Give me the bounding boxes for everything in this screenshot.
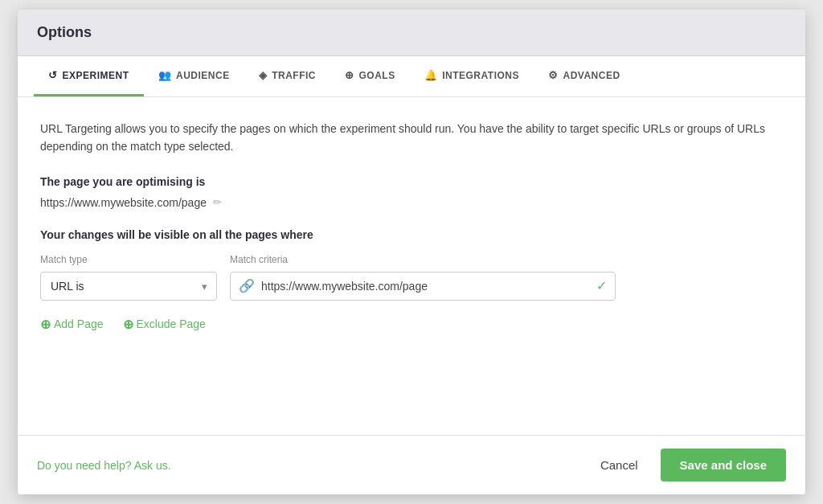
- modal-title: Options: [37, 24, 786, 41]
- add-page-label: Add Page: [54, 318, 104, 330]
- footer-buttons: Cancel Save and close: [588, 449, 786, 481]
- goals-icon: ⊕: [345, 69, 354, 81]
- link-icon: 🔗: [239, 278, 255, 293]
- match-type-group: Match type URL is URL contains URL match…: [40, 254, 217, 301]
- traffic-icon: ◈: [259, 69, 268, 81]
- match-criteria-group: Match criteria 🔗 ✓: [230, 254, 616, 301]
- tab-audience-label: AUDIENCE: [176, 70, 230, 81]
- page-url-row: https://www.mywebsite.com/page ✏: [40, 196, 783, 209]
- experiment-icon: ↺: [48, 69, 58, 81]
- valid-check-icon: ✓: [596, 278, 607, 293]
- edit-icon[interactable]: ✏: [213, 196, 222, 208]
- criteria-input-wrapper: 🔗 ✓: [230, 272, 616, 301]
- page-url-value: https://www.mywebsite.com/page: [40, 196, 207, 209]
- match-row: Match type URL is URL contains URL match…: [40, 254, 783, 301]
- add-page-plus-icon: ⊕: [40, 317, 51, 332]
- cancel-button[interactable]: Cancel: [588, 450, 651, 480]
- tab-integrations[interactable]: 🔔 INTEGRATIONS: [410, 56, 534, 96]
- description-text: URL Targeting allows you to specify the …: [40, 120, 783, 156]
- tab-traffic[interactable]: ◈ TRAFFIC: [244, 56, 330, 96]
- save-button[interactable]: Save and close: [661, 449, 786, 481]
- modal-footer: Do you need help? Ask us. Cancel Save an…: [18, 435, 805, 494]
- match-criteria-input[interactable]: [261, 272, 590, 300]
- exclude-page-plus-icon: ⊕: [123, 317, 133, 332]
- modal-body: URL Targeting allows you to specify the …: [18, 97, 805, 435]
- advanced-icon: ⚙: [548, 69, 559, 81]
- tab-integrations-label: INTEGRATIONS: [442, 70, 519, 81]
- actions-row: ⊕ Add Page ⊕ Exclude Page: [40, 317, 783, 332]
- match-criteria-label: Match criteria: [230, 254, 616, 265]
- integrations-icon: 🔔: [424, 69, 438, 81]
- exclude-page-link[interactable]: ⊕ Exclude Page: [123, 317, 206, 332]
- tab-advanced-label: ADVANCED: [563, 70, 620, 81]
- section2-title: Your changes will be visible on all the …: [40, 228, 783, 241]
- tab-advanced[interactable]: ⚙ ADVANCED: [534, 56, 635, 96]
- tab-goals[interactable]: ⊕ GOALS: [330, 56, 410, 96]
- tabs-bar: ↺ EXPERIMENT 👥 AUDIENCE ◈ TRAFFIC ⊕ GOAL…: [18, 56, 805, 97]
- tab-audience[interactable]: 👥 AUDIENCE: [144, 56, 244, 96]
- audience-icon: 👥: [158, 69, 172, 81]
- modal-header: Options: [18, 10, 805, 56]
- match-type-select[interactable]: URL is URL contains URL matches regex: [40, 272, 217, 301]
- tab-goals-label: GOALS: [359, 70, 395, 81]
- tab-traffic-label: TRAFFIC: [272, 70, 316, 81]
- add-page-link[interactable]: ⊕ Add Page: [40, 317, 104, 332]
- exclude-page-label: Exclude Page: [137, 318, 206, 330]
- tab-experiment-label: EXPERIMENT: [63, 70, 129, 81]
- section1-title: The page you are optimising is: [40, 175, 783, 188]
- help-link[interactable]: Do you need help? Ask us.: [37, 459, 171, 472]
- tab-experiment[interactable]: ↺ EXPERIMENT: [34, 56, 144, 96]
- match-type-select-wrapper: URL is URL contains URL matches regex: [40, 272, 217, 301]
- match-type-label: Match type: [40, 254, 217, 265]
- options-modal: Options ↺ EXPERIMENT 👥 AUDIENCE ◈ TRAFFI…: [18, 10, 805, 494]
